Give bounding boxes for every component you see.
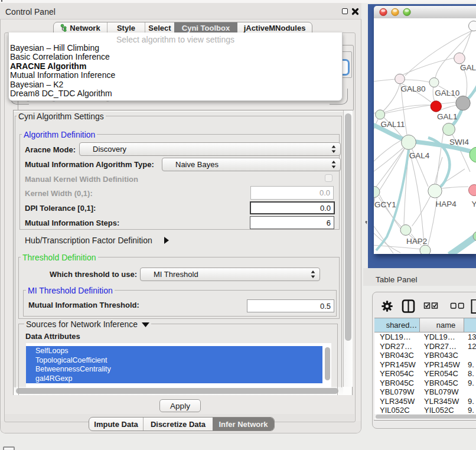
svg-text:GAL10: GAL10: [435, 89, 459, 97]
svg-text:GAL4: GAL4: [409, 151, 430, 160]
svg-text:GAL7: GAL7: [460, 63, 476, 72]
svg-text:GAL11: GAL11: [380, 120, 405, 129]
svg-text:GAL1: GAL1: [437, 112, 458, 121]
svg-text:HAP4: HAP4: [435, 200, 457, 208]
svg-text:Y: Y: [472, 200, 476, 208]
svg-text:GCY1: GCY1: [374, 200, 396, 209]
svg-text:GAL80: GAL80: [401, 84, 426, 93]
svg-text:HAP2: HAP2: [406, 237, 427, 246]
svg-text:SWI4: SWI4: [449, 138, 469, 146]
